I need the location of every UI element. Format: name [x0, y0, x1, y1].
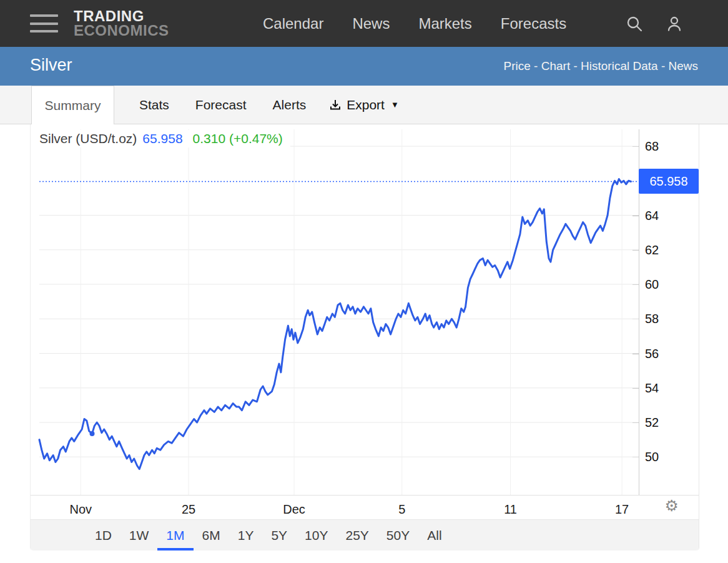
chevron-down-icon: ▼ [391, 100, 399, 109]
chart-last-price: 65.958 [142, 131, 182, 146]
chart-instrument-label: Silver (USD/t.oz) [39, 131, 137, 146]
logo-line1: TRADING [74, 9, 169, 23]
logo-line2: ECONOMICS [74, 23, 169, 37]
chart-price-change: 0.310 (+0.47%) [193, 131, 283, 146]
search-icon[interactable] [626, 15, 643, 32]
nav-calendar[interactable]: Calendar [263, 15, 323, 32]
range-10y[interactable]: 10Y [296, 520, 337, 551]
y-axis-tick-label: 58 [645, 311, 659, 327]
chart-card: Silver (USD/t.oz)65.9580.310 (+0.47%) 68… [30, 124, 699, 551]
range-6m[interactable]: 6M [194, 520, 229, 551]
range-25y[interactable]: 25Y [337, 520, 377, 551]
chart-settings-gear-icon[interactable]: ⚙ [665, 497, 679, 514]
banner-breadcrumb-links[interactable]: Price - Chart - Historical Data - News [504, 59, 698, 73]
export-label: Export [347, 97, 385, 112]
tab-alerts[interactable]: Alerts [260, 86, 320, 124]
current-price-badge: 65.958 [639, 169, 699, 194]
trading-economics-logo[interactable]: TRADING ECONOMICS [74, 9, 169, 37]
menu-icon[interactable] [30, 14, 58, 32]
y-axis-tick-label: 56 [645, 346, 659, 362]
range-selector-bar: 1D 1W 1M 6M 1Y 5Y 10Y 25Y 50Y All [31, 519, 699, 551]
download-icon [329, 99, 342, 111]
y-axis-tick-label: 60 [645, 276, 659, 292]
top-nav-links: Calendar News Markets Forecasts [263, 0, 566, 47]
range-1d[interactable]: 1D [86, 520, 121, 551]
y-axis-tick-label: 64 [645, 207, 659, 224]
price-chart-svg [39, 129, 639, 495]
range-5y[interactable]: 5Y [262, 520, 296, 551]
tab-stats[interactable]: Stats [126, 86, 182, 124]
x-axis-tick-label: 25 [182, 500, 195, 519]
tab-bar: Summary Stats Forecast Alerts Export ▼ [0, 86, 728, 124]
x-axis-labels: Nov25Dec51117 [39, 500, 639, 519]
tab-summary[interactable]: Summary [31, 86, 114, 124]
nav-markets[interactable]: Markets [418, 15, 471, 32]
range-1m[interactable]: 1M [157, 520, 193, 551]
top-nav-bar: TRADING ECONOMICS Calendar News Markets … [0, 0, 728, 47]
price-chart-plot[interactable] [39, 129, 639, 495]
y-axis-tick-label: 52 [645, 414, 659, 431]
user-account-icon[interactable] [666, 15, 683, 32]
x-axis-tick-label: 11 [504, 500, 517, 519]
range-all[interactable]: All [418, 520, 450, 551]
tab-forecast[interactable]: Forecast [182, 86, 260, 124]
y-axis-tick-label: 54 [645, 380, 659, 396]
export-button[interactable]: Export ▼ [319, 86, 409, 124]
nav-forecasts[interactable]: Forecasts [501, 15, 566, 32]
range-1w[interactable]: 1W [121, 520, 158, 551]
nav-news[interactable]: News [352, 15, 390, 32]
y-axis-tick-label: 68 [645, 138, 659, 154]
chart-header: Silver (USD/t.oz)65.9580.310 (+0.47%) [39, 130, 290, 147]
x-axis-tick-label: Dec [283, 500, 305, 519]
x-axis-tick-label: 5 [398, 500, 405, 519]
y-axis-tick-label: 50 [645, 449, 659, 465]
x-axis-tick-label: 17 [615, 500, 629, 519]
page-title: Silver [30, 56, 72, 75]
instrument-banner: Silver Price - Chart - Historical Data -… [0, 47, 728, 86]
range-50y[interactable]: 50Y [378, 520, 418, 551]
x-axis-tick-label: Nov [69, 500, 92, 519]
x-axis-line [31, 495, 699, 496]
y-axis-tick-label: 62 [645, 242, 659, 258]
range-1y[interactable]: 1Y [229, 520, 263, 551]
